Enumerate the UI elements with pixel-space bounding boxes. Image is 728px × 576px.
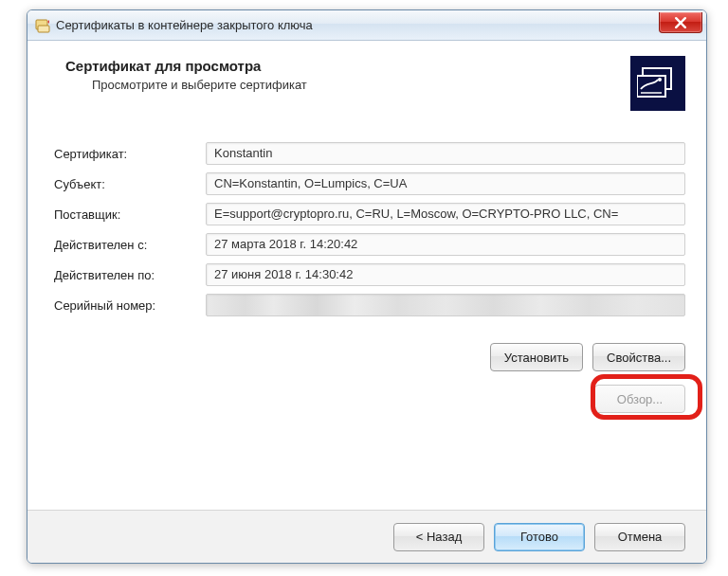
- label-valid-from: Действителен с:: [54, 238, 206, 252]
- label-serial: Серийный номер:: [54, 298, 206, 313]
- field-serial[interactable]: [206, 294, 685, 316]
- browse-row: Обзор...: [27, 371, 706, 413]
- label-certificate: Сертификат:: [54, 147, 206, 161]
- field-issuer[interactable]: E=support@cryptopro.ru, C=RU, L=Moscow, …: [206, 203, 685, 225]
- browse-button: Обзор...: [594, 385, 685, 413]
- certificate-icon: [630, 56, 685, 111]
- close-icon: [675, 17, 686, 28]
- field-subject[interactable]: CN=Konstantin, O=Lumpics, C=UA: [206, 172, 685, 195]
- app-icon: [35, 18, 50, 33]
- label-issuer: Поставщик:: [54, 207, 206, 222]
- form-area: Сертификат: Konstantin Субъект: CN=Konst…: [27, 125, 706, 316]
- titlebar: Сертификаты в контейнере закрытого ключа: [27, 10, 706, 41]
- field-valid-from[interactable]: 27 марта 2018 г. 14:20:42: [206, 233, 685, 256]
- close-button[interactable]: [659, 12, 702, 33]
- header-subtitle: Просмотрите и выберите сертификат: [65, 78, 621, 92]
- header: Сертификат для просмотра Просмотрите и в…: [27, 41, 706, 124]
- back-button[interactable]: < Назад: [393, 523, 484, 551]
- header-title: Сертификат для просмотра: [65, 58, 621, 74]
- footer: < Назад Готово Отмена: [27, 510, 706, 563]
- window-title: Сертификаты в контейнере закрытого ключа: [56, 18, 313, 32]
- label-valid-to: Действителен по:: [54, 268, 206, 282]
- label-subject: Субъект:: [54, 177, 206, 191]
- install-button[interactable]: Установить: [490, 343, 583, 371]
- svg-point-4: [658, 78, 662, 81]
- cancel-button[interactable]: Отмена: [594, 523, 685, 551]
- properties-button[interactable]: Свойства...: [592, 343, 685, 371]
- finish-button[interactable]: Готово: [494, 523, 585, 551]
- svg-rect-1: [38, 26, 49, 32]
- field-certificate[interactable]: Konstantin: [206, 142, 685, 165]
- field-valid-to[interactable]: 27 июня 2018 г. 14:30:42: [206, 263, 685, 286]
- dialog-window: Сертификаты в контейнере закрытого ключа…: [27, 9, 707, 564]
- action-row: Установить Свойства...: [27, 324, 706, 371]
